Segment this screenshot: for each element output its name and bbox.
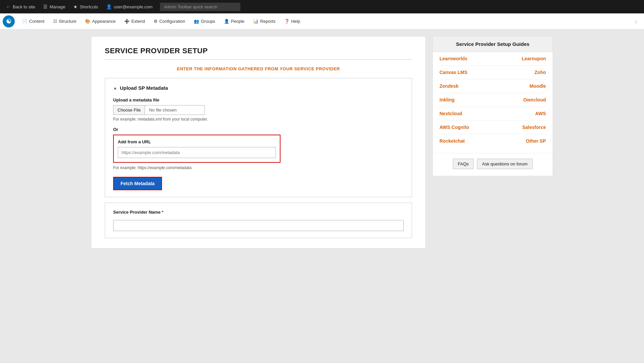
shortcuts-btn[interactable]: ★ Shortcuts [70, 0, 101, 13]
sidebar-link-row-6: Rocketchat Other SP [439, 134, 546, 148]
subtitle: ENTER THE INFORMATION GATHERED FROM YOUR… [105, 66, 412, 71]
groups-icon: 👥 [194, 19, 199, 24]
sidebar-link-zendesk[interactable]: Zendesk [439, 83, 459, 89]
faq-button[interactable]: FAQs [453, 159, 474, 169]
sidebar-link-owncloud[interactable]: Owncloud [523, 97, 546, 102]
sidebar-actions: FAQs Ask questions on forum [433, 153, 553, 169]
sidebar-link-aws-cognito[interactable]: AWS Cognito [439, 125, 469, 130]
sidebar-link-row-3: Inkling Owncloud [439, 93, 546, 107]
user-icon: 👤 [106, 4, 112, 9]
nav-extend[interactable]: ➕ Extend [120, 13, 149, 29]
sidebar-link-salesforce[interactable]: Salesforce [522, 125, 546, 130]
page-layout: SERVICE PROVIDER SETUP ENTER THE INFORMA… [91, 36, 553, 248]
extend-icon: ➕ [124, 19, 130, 24]
sidebar-link-nextcloud[interactable]: Nextcloud [439, 111, 462, 116]
help-icon: ❓ [284, 19, 290, 24]
appearance-icon: 🎨 [85, 19, 90, 24]
section-title: Upload SP Metadata [120, 85, 168, 91]
menu-icon: ☰ [43, 4, 48, 9]
url-section-label: Add from a URL [118, 139, 276, 144]
nav-reports[interactable]: 📊 Reports [249, 13, 279, 29]
url-hint-text: For example: https://example.com/metadat… [113, 165, 404, 170]
nav-bar: ☯ 📄 Content ☷ Structure 🎨 Appearance ➕ E… [0, 13, 644, 29]
sidebar-links: Learnworlds Learnupon Canvas LMS Zoho Ze… [433, 52, 553, 148]
upload-sp-metadata-section: ▲ Upload SP Metadata Upload a metadata f… [105, 78, 412, 197]
nav-help[interactable]: ❓ Help [280, 13, 304, 29]
url-input[interactable]: http://████████████/_saml/metadata/Drupa… [118, 147, 276, 158]
file-chosen-text: No file chosen [145, 105, 205, 115]
sidebar-link-row-1: Canvas LMS Zoho [439, 66, 546, 79]
sidebar-link-rocketchat[interactable]: Rocketchat [439, 138, 465, 144]
back-icon: ← [6, 4, 11, 9]
sidebar-link-learnworlds[interactable]: Learnworlds [439, 56, 467, 61]
sp-name-section: Service Provider Name * RocketChat [105, 203, 412, 238]
sidebar-link-row-0: Learnworlds Learnupon [439, 52, 546, 66]
sidebar-link-aws[interactable]: AWS [535, 111, 546, 116]
section-header: ▲ Upload SP Metadata [113, 85, 404, 91]
sp-name-label: Service Provider Name * [113, 210, 404, 215]
nav-appearance[interactable]: 🎨 Appearance [81, 13, 119, 29]
structure-icon: ☷ [53, 19, 57, 24]
star-icon: ★ [73, 4, 78, 9]
required-star: * [162, 210, 163, 215]
drupal-logo: ☯ [3, 15, 15, 27]
or-label: Or [113, 127, 404, 132]
admin-toolbar: ← Back to site ☰ Manage ★ Shortcuts 👤 us… [0, 0, 644, 13]
sidebar-link-learnupon[interactable]: Learnupon [522, 56, 546, 61]
sidebar-link-moodle[interactable]: Moodle [530, 83, 546, 89]
manage-btn[interactable]: ☰ Manage [40, 0, 69, 13]
sidebar-link-row-5: AWS Cognito Salesforce [439, 121, 546, 134]
nav-expand-btn[interactable]: ↕ [631, 13, 641, 29]
sidebar-link-other-sp[interactable]: Other SP [526, 138, 546, 144]
sidebar-link-inkling[interactable]: Inkling [439, 97, 455, 102]
fetch-metadata-button[interactable]: Fetch Metadata [113, 177, 162, 190]
url-section: Add from a URL http://████████████/_saml… [113, 135, 280, 163]
ask-forum-button[interactable]: Ask questions on forum [477, 159, 533, 169]
sidebar-link-row-4: Nextcloud AWS [439, 107, 546, 121]
sidebar-link-zoho[interactable]: Zoho [535, 70, 546, 75]
file-hint-italic: metadata.xml [138, 117, 162, 122]
file-input-wrapper: Choose File No file chosen [113, 105, 404, 115]
admin-search-input[interactable] [160, 3, 240, 11]
file-field-label: Upload a metadata file [113, 97, 404, 102]
sidebar-link-row-2: Zendesk Moodle [439, 79, 546, 93]
content-icon: 📄 [22, 19, 27, 24]
nav-configuration[interactable]: ⚙ Configuration [150, 13, 189, 29]
nav-content[interactable]: 📄 Content [18, 13, 49, 29]
main-content: SERVICE PROVIDER SETUP ENTER THE INFORMA… [91, 36, 426, 248]
nav-groups[interactable]: 👥 Groups [190, 13, 219, 29]
sidebar: Service Provider Setup Guides Learnworld… [432, 36, 553, 248]
user-menu[interactable]: 👤 user@example.com [103, 0, 156, 13]
nav-structure[interactable]: ☷ Structure [49, 13, 81, 29]
configuration-icon: ⚙ [154, 19, 158, 24]
sidebar-card: Service Provider Setup Guides Learnworld… [432, 36, 553, 176]
page-title: SERVICE PROVIDER SETUP [105, 47, 412, 60]
people-icon: 👤 [224, 19, 229, 24]
reports-icon: 📊 [253, 19, 258, 24]
sp-name-input[interactable]: RocketChat [113, 220, 404, 231]
page-background: SERVICE PROVIDER SETUP ENTER THE INFORMA… [0, 29, 644, 363]
sidebar-card-title: Service Provider Setup Guides [433, 37, 553, 52]
choose-file-button[interactable]: Choose File [113, 105, 145, 115]
back-to-site-btn[interactable]: ← Back to site [3, 0, 38, 13]
nav-people[interactable]: 👤 People [220, 13, 248, 29]
file-hint-text: For example: metadata.xml from your loca… [113, 117, 404, 122]
sidebar-link-canvas[interactable]: Canvas LMS [439, 70, 467, 75]
section-toggle-icon[interactable]: ▲ [113, 86, 117, 90]
